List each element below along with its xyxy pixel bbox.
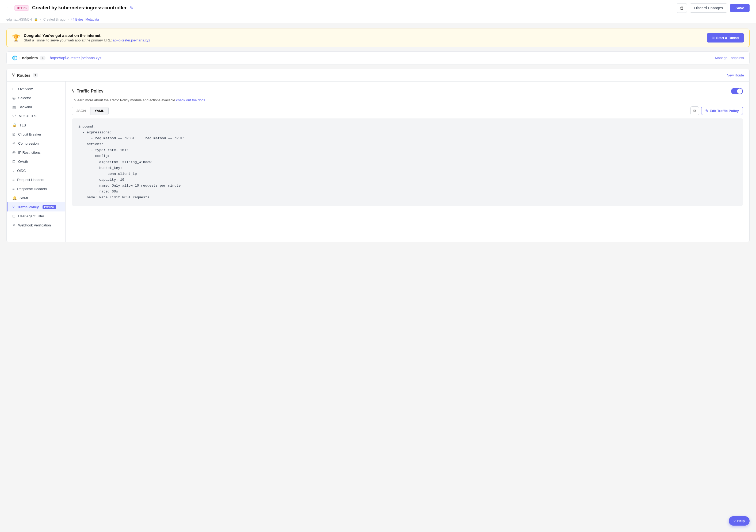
sidebar-item-response-headers[interactable]: ≡ Response Headers (7, 184, 65, 193)
routes-body: ⊞ Overview ◎ Selector ▤ Backend 🛡 Mutual… (7, 82, 749, 242)
meta-dot-1: • (40, 18, 41, 21)
saml-icon: 🔔 (12, 196, 17, 200)
preview-badge: Preview (42, 205, 56, 209)
congrats-banner: 🏆 Congrats! You've got a spot on the int… (6, 29, 750, 47)
main-content: 🏆 Congrats! You've got a spot on the int… (0, 23, 756, 247)
meta-bar: edghts...HS5M6H 🔒 • Created 9h ago • 44 … (0, 16, 756, 23)
request-headers-icon: ≡ (12, 178, 14, 182)
edit-policy-icon: ✎ (705, 109, 708, 113)
edit-title-icon[interactable]: ✎ (130, 5, 133, 11)
webhook-verification-icon: ✳ (12, 223, 15, 227)
sidebar-label-mutual-tls: Mutual TLS (19, 114, 36, 118)
sidebar-item-webhook-verification[interactable]: ✳ Webhook Verification (7, 220, 65, 230)
sidebar-label-selector: Selector (18, 96, 31, 100)
congrats-title: Congrats! You've got a spot on the inter… (24, 34, 150, 38)
tabs: JSON YAML (72, 107, 109, 115)
sidebar: ⊞ Overview ◎ Selector ▤ Backend 🛡 Mutual… (7, 82, 66, 242)
sidebar-item-ip-restrictions[interactable]: ◎ IP Restrictions (7, 148, 65, 157)
start-tunnel-button[interactable]: ⊞ Start a Tunnel (707, 33, 744, 42)
sidebar-item-tls[interactable]: 🔒 TLS (7, 120, 65, 130)
meta-created: Created 9h ago (43, 18, 66, 21)
routes-title: ⑂ Routes 1 (12, 73, 38, 78)
sidebar-label-backend: Backend (18, 105, 32, 109)
overview-icon: ⊞ (12, 87, 15, 91)
sidebar-item-overview[interactable]: ⊞ Overview (7, 84, 65, 93)
endpoints-left: Endpoints 1 (12, 55, 45, 61)
traffic-policy-header: ⑂ Traffic Policy (72, 88, 743, 94)
endpoints-url-link[interactable]: https://api-g-tester.joelhans.xyz (50, 56, 711, 60)
sidebar-label-ip-restrictions: IP Restrictions (18, 150, 40, 155)
sidebar-label-oidc: OIDC (17, 169, 26, 173)
sidebar-label-user-agent-filter: User Agent Filter (18, 214, 44, 218)
sidebar-item-compression[interactable]: ✳ Compression (7, 139, 65, 148)
endpoints-bar: Endpoints 1 https://api-g-tester.joelhan… (6, 51, 750, 64)
congrats-url-link[interactable]: api-g-tester.joelhans.xyz (113, 38, 150, 42)
top-bar: ← HTTPS Created by kubernetes-ingress-co… (0, 0, 756, 16)
new-route-link[interactable]: New Route (727, 73, 744, 77)
trophy-icon: 🏆 (12, 34, 20, 42)
sidebar-item-saml[interactable]: 🔔 SAML (7, 193, 65, 202)
sidebar-label-circuit-breaker: Circuit Breaker (18, 132, 41, 136)
circuit-breaker-icon: ⊠ (12, 132, 15, 136)
sidebar-item-selector[interactable]: ◎ Selector (7, 93, 65, 102)
sidebar-item-oidc[interactable]: ↄ OIDC (7, 166, 65, 175)
sidebar-item-traffic-policy[interactable]: ⑂ Traffic Policy Preview (7, 202, 65, 212)
page-title: Created by kubernetes-ingress-controller (32, 5, 126, 11)
sidebar-label-request-headers: Request Headers (17, 178, 44, 182)
back-button[interactable]: ← (6, 5, 11, 11)
compression-icon: ✳ (12, 141, 15, 145)
manage-endpoints-link[interactable]: Manage Endpoints (715, 56, 744, 60)
tab-json[interactable]: JSON (72, 107, 91, 115)
top-bar-right: 🗑 Discard Changes Save (677, 3, 750, 13)
edit-traffic-policy-button[interactable]: ✎ Edit Traffic Policy (701, 107, 743, 115)
sidebar-item-oauth[interactable]: ⊡ OAuth (7, 157, 65, 166)
sidebar-label-overview: Overview (18, 87, 33, 91)
sidebar-label-traffic-policy: Traffic Policy (17, 205, 39, 209)
sidebar-item-user-agent-filter[interactable]: ⊡ User Agent Filter (7, 212, 65, 220)
docs-link[interactable]: check out the docs. (176, 98, 206, 102)
congrats-text: Congrats! You've got a spot on the inter… (24, 34, 150, 42)
routes-count: 1 (33, 73, 38, 78)
route-content: ⑂ Traffic Policy To learn more about the… (66, 82, 749, 242)
sidebar-label-tls: TLS (19, 123, 26, 127)
traffic-policy-title: ⑂ Traffic Policy (72, 89, 103, 93)
traffic-policy-toggle[interactable] (731, 88, 743, 94)
mutual-tls-icon: 🛡 (12, 114, 16, 118)
congrats-subtitle: Start a Tunnel to serve your web app at … (24, 38, 150, 42)
sidebar-label-saml: SAML (19, 196, 29, 200)
sidebar-label-oauth: OAuth (18, 160, 28, 164)
sidebar-item-backend[interactable]: ▤ Backend (7, 102, 65, 112)
congrats-left: 🏆 Congrats! You've got a spot on the int… (12, 34, 150, 42)
routes-header: ⑂ Routes 1 New Route (7, 69, 749, 82)
traffic-policy-title-icon: ⑂ (72, 89, 75, 93)
sidebar-label-response-headers: Response Headers (17, 187, 47, 191)
selector-icon: ◎ (12, 96, 15, 100)
save-button[interactable]: Save (730, 4, 750, 12)
endpoints-label: Endpoints (19, 56, 38, 60)
endpoints-count: 1 (40, 56, 45, 61)
tls-icon: 🔒 (12, 123, 17, 127)
sidebar-item-mutual-tls[interactable]: 🛡 Mutual TLS (7, 112, 65, 120)
trash-button[interactable]: 🗑 (677, 3, 687, 13)
https-badge: HTTPS (14, 5, 29, 11)
backend-icon: ▤ (12, 105, 16, 109)
meta-metadata-link[interactable]: Metadata (86, 18, 99, 21)
meta-lock-icon: 🔒 (34, 18, 38, 21)
traffic-policy-desc: To learn more about the Traffic Policy m… (72, 98, 743, 102)
response-headers-icon: ≡ (12, 187, 14, 191)
meta-dot-2: • (68, 18, 69, 21)
meta-id: edghts...HS5M6H (6, 18, 32, 21)
meta-bytes-link[interactable]: 44 Bytes (71, 18, 83, 21)
routes-panel: ⑂ Routes 1 New Route ⊞ Overview ◎ Select… (6, 69, 750, 242)
tab-yaml[interactable]: YAML (91, 107, 109, 115)
ip-restrictions-icon: ◎ (12, 150, 15, 155)
discard-changes-button[interactable]: Discard Changes (690, 4, 727, 13)
oidc-icon: ↄ (12, 168, 14, 173)
globe-icon (12, 55, 17, 61)
terminal-icon: ⊞ (712, 36, 715, 40)
sidebar-item-circuit-breaker[interactable]: ⊠ Circuit Breaker (7, 130, 65, 139)
sidebar-label-webhook-verification: Webhook Verification (18, 223, 51, 227)
sidebar-item-request-headers[interactable]: ≡ Request Headers (7, 175, 65, 184)
routes-icon: ⑂ (12, 73, 15, 78)
copy-button[interactable]: ⧉ (690, 106, 699, 115)
